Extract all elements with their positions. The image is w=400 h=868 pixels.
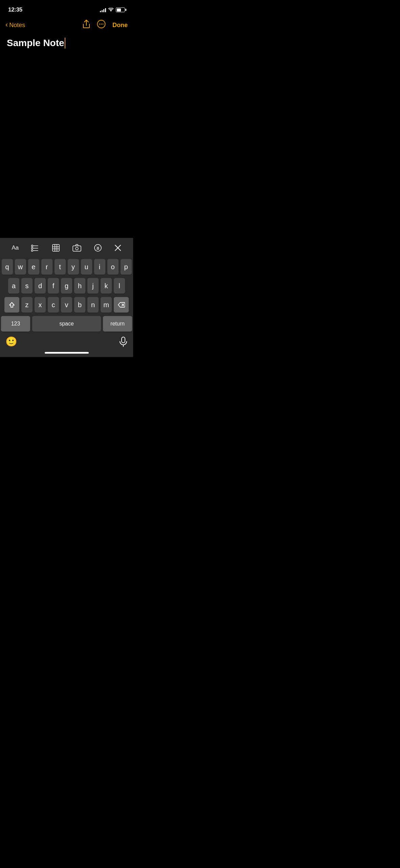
note-title[interactable]: Sample Note	[7, 37, 126, 49]
svg-point-1	[99, 24, 100, 25]
keyboard-bottom: 🙂	[0, 333, 133, 350]
key-i[interactable]: i	[94, 259, 105, 275]
key-p[interactable]: p	[121, 259, 132, 275]
return-button[interactable]: return	[103, 316, 132, 332]
table-button[interactable]	[49, 242, 63, 253]
svg-point-17	[94, 244, 101, 251]
keyboard: q w e r t y u i o p a s d f g h j k l z …	[0, 257, 133, 333]
chevron-left-icon: ‹	[5, 21, 8, 28]
home-bar	[45, 352, 89, 354]
key-z[interactable]: z	[21, 297, 33, 313]
status-icons	[100, 7, 125, 12]
key-o[interactable]: o	[107, 259, 119, 275]
delete-button[interactable]	[114, 297, 129, 313]
camera-button[interactable]	[70, 243, 84, 253]
svg-point-3	[103, 24, 104, 25]
key-j[interactable]: j	[87, 278, 99, 294]
svg-point-6	[31, 248, 33, 249]
key-d[interactable]: d	[35, 278, 46, 294]
note-content[interactable]: Sample Note	[0, 35, 133, 238]
keyboard-toolbar: Aa	[0, 238, 133, 257]
key-e[interactable]: e	[28, 259, 39, 275]
key-q[interactable]: q	[2, 259, 13, 275]
done-button[interactable]: Done	[112, 22, 128, 29]
nav-bar: ‹ Notes Done	[0, 17, 133, 35]
key-s[interactable]: s	[21, 278, 33, 294]
key-row-4: 123 space return	[0, 314, 133, 333]
key-g[interactable]: g	[61, 278, 72, 294]
key-v[interactable]: v	[61, 297, 72, 313]
home-indicator	[0, 350, 133, 357]
format-text-button[interactable]: Aa	[9, 243, 22, 253]
key-h[interactable]: h	[74, 278, 85, 294]
space-button[interactable]: space	[32, 316, 101, 332]
key-w[interactable]: w	[15, 259, 26, 275]
key-t[interactable]: t	[55, 259, 66, 275]
more-icon[interactable]	[97, 20, 106, 31]
svg-point-4	[31, 245, 33, 247]
key-k[interactable]: k	[101, 278, 112, 294]
key-row-3: z x c v b n m	[0, 295, 133, 314]
key-b[interactable]: b	[74, 297, 85, 313]
emoji-button[interactable]: 🙂	[5, 336, 17, 347]
key-n[interactable]: n	[87, 297, 99, 313]
checklist-button[interactable]	[28, 243, 42, 253]
close-keyboard-button[interactable]	[112, 243, 124, 253]
key-row-1: q w e r t y u i o p	[0, 257, 133, 276]
share-icon[interactable]	[83, 20, 90, 31]
key-u[interactable]: u	[81, 259, 92, 275]
key-f[interactable]: f	[48, 278, 59, 294]
key-c[interactable]: c	[48, 297, 59, 313]
key-row-2: a s d f g h j k l	[0, 276, 133, 295]
wifi-icon	[108, 8, 114, 12]
nav-actions: Done	[83, 20, 128, 31]
shift-button[interactable]	[4, 297, 19, 313]
battery-icon	[116, 7, 125, 12]
back-button[interactable]: ‹ Notes	[5, 22, 25, 29]
key-y[interactable]: y	[68, 259, 79, 275]
status-bar: 12:35	[0, 0, 133, 17]
svg-point-2	[101, 24, 102, 25]
svg-rect-15	[73, 246, 81, 251]
numbers-button[interactable]: 123	[1, 316, 30, 332]
status-time: 12:35	[8, 6, 22, 13]
key-x[interactable]: x	[35, 297, 46, 313]
svg-rect-10	[52, 244, 59, 251]
microphone-icon[interactable]	[119, 337, 128, 347]
key-m[interactable]: m	[101, 297, 112, 313]
svg-point-16	[76, 247, 78, 250]
back-label: Notes	[9, 22, 25, 29]
svg-rect-22	[122, 337, 125, 343]
text-cursor	[65, 38, 65, 48]
signal-icon	[100, 7, 106, 12]
svg-point-8	[31, 250, 33, 252]
key-a[interactable]: a	[8, 278, 19, 294]
key-l[interactable]: l	[114, 278, 125, 294]
key-r[interactable]: r	[41, 259, 52, 275]
markup-button[interactable]	[91, 242, 105, 253]
